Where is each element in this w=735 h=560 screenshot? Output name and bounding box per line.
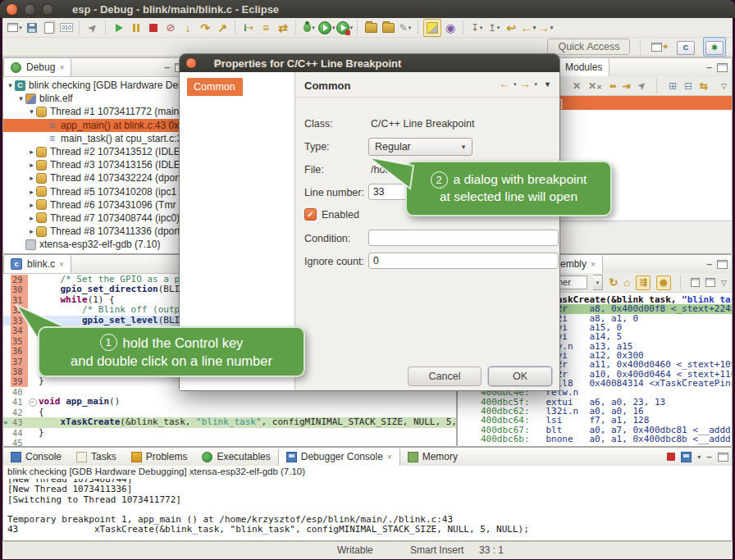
tree-caret-icon[interactable]: ▸ — [27, 201, 36, 209]
previous-annotation-button[interactable]: ↥▾ — [486, 20, 502, 36]
debug-button[interactable]: ▾ — [301, 20, 317, 36]
maximize-view-icon[interactable] — [718, 453, 728, 462]
debug-tree-item[interactable]: ▸Thread #5 1073410208 (ipc1 : Runni — [3, 185, 189, 198]
open-folder-button[interactable] — [380, 20, 396, 36]
remove-all-modules-icon[interactable]: ✕✕ — [588, 80, 602, 92]
line-number[interactable]: 40 — [11, 387, 28, 397]
debug-tree-item[interactable]: xtensa-esp32-elf-gdb (7.10) — [3, 238, 189, 251]
editor-line[interactable]: »43 xTaskCreate(&blink_task, "blink_task… — [3, 417, 456, 427]
symbols-icon[interactable]: ●● — [609, 82, 615, 90]
tree-caret-icon[interactable]: ▸ — [27, 174, 36, 182]
suspend-button[interactable] — [128, 20, 144, 36]
home-icon[interactable]: ⌂ — [623, 276, 630, 289]
mark-occurrences-button[interactable] — [423, 19, 441, 37]
step-into-button[interactable]: ↓ — [180, 20, 196, 36]
debug-tree-item[interactable]: ▸Thread #7 1073408744 (ipc0) (Susp — [3, 212, 189, 225]
disassembly-line[interactable]: 400dbc6b: bnone a0, a1, 0x400dbc8b <__ad… — [481, 435, 732, 444]
line-number[interactable]: 39 — [11, 376, 28, 386]
console-dropdown-icon[interactable]: ▾ — [697, 453, 701, 461]
console-output[interactable]: [New Thread 1073408744][New Thread 10734… — [3, 475, 732, 535]
view-menu-icon[interactable]: ▽ — [721, 82, 727, 90]
minimize-view-icon[interactable]: – — [706, 262, 712, 266]
dialog-close-button[interactable] — [185, 57, 197, 69]
sidebar-item-common[interactable]: Common — [187, 78, 243, 96]
tree-caret-icon[interactable]: ▾ — [16, 94, 25, 102]
line-number[interactable]: 44 — [11, 428, 28, 438]
binary-button[interactable]: 010 — [58, 20, 75, 36]
next-annotation-button[interactable]: ↧▾ — [468, 20, 485, 36]
view-menu-icon[interactable]: ▽ — [721, 279, 727, 287]
last-edit-location-button[interactable]: ↩ — [503, 20, 519, 36]
close-icon[interactable]: × — [59, 260, 64, 269]
pin-view-icon[interactable] — [705, 278, 715, 287]
dialog-titlebar[interactable]: Properties for C/C++ Line Breakpoint — [180, 54, 559, 72]
forward-button[interactable]: →▾ — [537, 20, 554, 36]
annotate-button[interactable]: ✎▾ — [397, 20, 413, 36]
expand-all-icon[interactable]: ⊞ — [669, 80, 677, 92]
back-dropdown-icon[interactable]: ▾ — [514, 81, 517, 88]
view-menu-icon[interactable]: ▼ — [544, 80, 551, 89]
link-with-debug-icon[interactable]: ⇆ — [700, 80, 708, 92]
window-close-button[interactable] — [6, 3, 18, 16]
console-tab-console[interactable]: Console — [3, 448, 69, 466]
console-tab-problems[interactable]: Problems — [124, 448, 195, 466]
line-number[interactable]: 41 — [11, 397, 28, 407]
enabled-checkbox[interactable]: ✓ — [304, 208, 317, 221]
line-number[interactable]: 30 — [11, 285, 28, 294]
line-number[interactable]: 37 — [11, 357, 28, 367]
ok-button[interactable]: OK — [488, 367, 552, 386]
resume-button[interactable] — [111, 20, 127, 36]
close-icon[interactable]: × — [591, 260, 596, 269]
line-number[interactable]: 29 — [11, 275, 28, 285]
maximize-view-icon[interactable] — [717, 260, 728, 269]
back-button[interactable]: ←▾ — [520, 20, 536, 36]
step-return-button[interactable]: ↗ — [214, 20, 231, 36]
use-step-filters-button[interactable]: ⇄ — [275, 20, 291, 36]
debug-tree-item[interactable]: ▸Thread #4 1073432224 (dport) (Sus — [3, 171, 189, 184]
fold-collapse-icon[interactable]: − — [29, 398, 37, 407]
window-minimize-button[interactable] — [24, 3, 36, 16]
sync-source-toggle[interactable]: ◉ — [656, 275, 671, 290]
tree-caret-icon[interactable]: ▾ — [27, 107, 36, 116]
console-tab-memory[interactable]: Memory — [400, 448, 465, 466]
minimize-view-icon[interactable]: – — [706, 65, 712, 70]
show-annotations-button[interactable]: ◉ — [442, 20, 459, 36]
debug-tree-item[interactable]: ≡main_task() at cpu_start.c:339 0x4 — [3, 132, 189, 145]
debug-tree-item[interactable]: ▾Thread #1 1073411772 (main : Runn — [3, 105, 189, 118]
console-tab-debugger-console[interactable]: Debugger Console× — [278, 448, 400, 466]
tab-blink-c[interactable]: c blink.c × — [3, 255, 71, 273]
remove-module-icon[interactable]: ✕ — [573, 80, 581, 92]
tree-caret-icon[interactable]: ▸ — [27, 148, 36, 156]
debug-perspective-button[interactable]: ✱ — [703, 37, 726, 57]
save-button[interactable] — [24, 20, 40, 36]
cancel-button[interactable]: Cancel — [408, 367, 482, 386]
console-tab-tasks[interactable]: Tasks — [69, 448, 124, 466]
cpp-perspective-button[interactable]: C — [675, 38, 696, 56]
close-icon[interactable]: × — [387, 453, 392, 462]
load-symbols-icon[interactable]: ⇥ — [623, 80, 631, 92]
instruction-stepping-button[interactable]: i➝ — [240, 20, 257, 36]
refresh-icon[interactable]: ↻ — [609, 276, 618, 289]
editor-line[interactable]: 44} — [3, 428, 456, 438]
debug-tree-item[interactable]: ≡app_main() at blink.c:43 0x400dbc — [3, 119, 189, 132]
show-threads-button[interactable]: ≡ — [258, 20, 274, 36]
step-over-button[interactable]: ↷ — [197, 20, 213, 36]
run-button[interactable]: ▾ — [318, 20, 336, 36]
quick-access-button[interactable]: Quick Access — [547, 39, 630, 55]
debug-tree-item[interactable]: ▸Thread #8 1073411336 (dport) (Sus — [3, 225, 189, 238]
follow-pc-toggle[interactable]: ⇶ — [636, 275, 651, 290]
maximize-view-icon[interactable] — [717, 63, 728, 72]
tree-caret-icon[interactable]: ▸ — [27, 214, 36, 222]
open-perspective-icon[interactable]: ✦ — [651, 39, 669, 55]
minimize-view-icon[interactable]: – — [164, 65, 170, 70]
terminate-icon[interactable] — [667, 453, 675, 461]
forward-arrow-icon[interactable]: → — [520, 78, 531, 90]
debug-tree-item[interactable]: ▸Thread #6 1073431096 (Tmr Svc) (S — [3, 198, 189, 212]
disconnect-button[interactable]: ⊘ — [162, 20, 179, 36]
console-tab-executables[interactable]: Executables — [194, 448, 277, 466]
condition-input[interactable] — [368, 230, 559, 246]
debug-tree-item[interactable]: ▾blink.elf — [3, 92, 189, 105]
open-file-button[interactable] — [363, 20, 379, 36]
debug-tree-item[interactable]: ▸Thread #2 1073413512 (IDLE) (Susp — [3, 145, 189, 158]
tree-caret-icon[interactable]: ▸ — [27, 161, 36, 169]
